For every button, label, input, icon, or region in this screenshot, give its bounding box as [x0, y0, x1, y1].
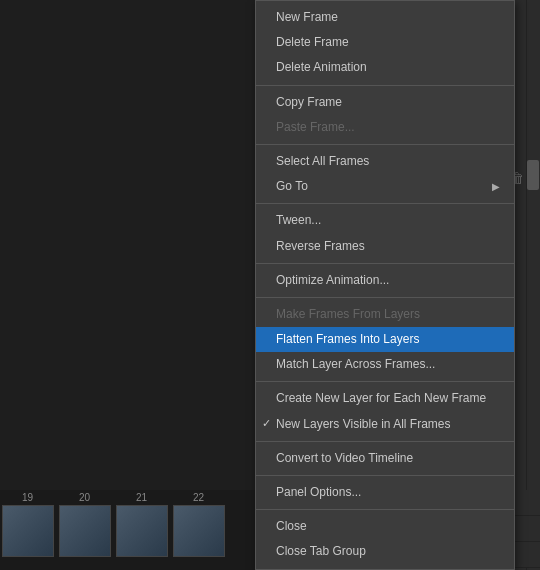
- menu-item-label: Close: [276, 517, 307, 536]
- menu-item-flatten-frames-into-layers[interactable]: Flatten Frames Into Layers: [256, 327, 514, 352]
- frame-thumbnail: [59, 505, 111, 557]
- menu-item-label: Create New Layer for Each New Frame: [276, 389, 486, 408]
- frame-thumbnail: [2, 505, 54, 557]
- menu-item-label: New Layers Visible in All Frames: [276, 415, 451, 434]
- menu-item-label: Close Tab Group: [276, 542, 366, 561]
- menu-item-reverse-frames[interactable]: Reverse Frames: [256, 234, 514, 259]
- frame-number: 22: [193, 492, 204, 503]
- frame-thumbnail: [173, 505, 225, 557]
- menu-separator: [256, 203, 514, 204]
- timeline-frame[interactable]: 22: [171, 492, 226, 557]
- menu-separator: [256, 297, 514, 298]
- scrollbar-track[interactable]: [526, 0, 540, 570]
- menu-item-delete-animation[interactable]: Delete Animation: [256, 55, 514, 80]
- menu-item-label: Flatten Frames Into Layers: [276, 330, 419, 349]
- menu-item-label: Tween...: [276, 211, 321, 230]
- frame-thumbnail-inner: [3, 506, 53, 556]
- menu-item-label: Reverse Frames: [276, 237, 365, 256]
- submenu-arrow-icon: ▶: [492, 179, 500, 195]
- menu-item-label: Delete Frame: [276, 33, 349, 52]
- frame-number: 19: [22, 492, 33, 503]
- menu-item-convert-to-video[interactable]: Convert to Video Timeline: [256, 446, 514, 471]
- menu-separator: [256, 381, 514, 382]
- menu-separator: [256, 85, 514, 86]
- menu-item-copy-frame[interactable]: Copy Frame: [256, 90, 514, 115]
- menu-separator: [256, 475, 514, 476]
- timeline-area: 19202122: [0, 490, 255, 570]
- menu-item-new-layers-visible[interactable]: New Layers Visible in All Frames: [256, 412, 514, 437]
- context-menu: New FrameDelete FrameDelete AnimationCop…: [255, 0, 515, 570]
- menu-item-tween[interactable]: Tween...: [256, 208, 514, 233]
- menu-item-label: Optimize Animation...: [276, 271, 389, 290]
- menu-item-select-all-frames[interactable]: Select All Frames: [256, 149, 514, 174]
- frame-thumbnail-inner: [60, 506, 110, 556]
- menu-item-new-frame[interactable]: New Frame: [256, 5, 514, 30]
- menu-item-label: Go To: [276, 177, 308, 196]
- menu-item-delete-frame[interactable]: Delete Frame: [256, 30, 514, 55]
- menu-separator: [256, 263, 514, 264]
- menu-item-match-layer-across-frames[interactable]: Match Layer Across Frames...: [256, 352, 514, 377]
- menu-item-label: Select All Frames: [276, 152, 369, 171]
- menu-item-label: Paste Frame...: [276, 118, 355, 137]
- frame-thumbnail-inner: [117, 506, 167, 556]
- frame-thumbnail: [116, 505, 168, 557]
- menu-item-label: Delete Animation: [276, 58, 367, 77]
- menu-item-panel-options[interactable]: Panel Options...: [256, 480, 514, 505]
- menu-item-label: Panel Options...: [276, 483, 361, 502]
- menu-item-close-tab-group[interactable]: Close Tab Group: [256, 539, 514, 564]
- menu-item-label: Match Layer Across Frames...: [276, 355, 435, 374]
- menu-item-label: Make Frames From Layers: [276, 305, 420, 324]
- left-panel-bg: [0, 0, 255, 570]
- menu-item-paste-frame: Paste Frame...: [256, 115, 514, 140]
- frame-number: 21: [136, 492, 147, 503]
- menu-separator: [256, 509, 514, 510]
- menu-item-close[interactable]: Close: [256, 514, 514, 539]
- timeline-frame[interactable]: 21: [114, 492, 169, 557]
- timeline-frame[interactable]: 19: [0, 492, 55, 557]
- menu-item-label: Convert to Video Timeline: [276, 449, 413, 468]
- menu-item-make-frames-from-layers: Make Frames From Layers: [256, 302, 514, 327]
- timeline-frame[interactable]: 20: [57, 492, 112, 557]
- menu-item-label: Copy Frame: [276, 93, 342, 112]
- frame-number: 20: [79, 492, 90, 503]
- menu-item-label: New Frame: [276, 8, 338, 27]
- menu-item-create-new-layer[interactable]: Create New Layer for Each New Frame: [256, 386, 514, 411]
- menu-separator: [256, 441, 514, 442]
- menu-separator: [256, 144, 514, 145]
- menu-item-go-to[interactable]: Go To▶: [256, 174, 514, 199]
- menu-item-optimize-animation[interactable]: Optimize Animation...: [256, 268, 514, 293]
- scrollbar-thumb[interactable]: [527, 160, 539, 190]
- frame-thumbnail-inner: [174, 506, 224, 556]
